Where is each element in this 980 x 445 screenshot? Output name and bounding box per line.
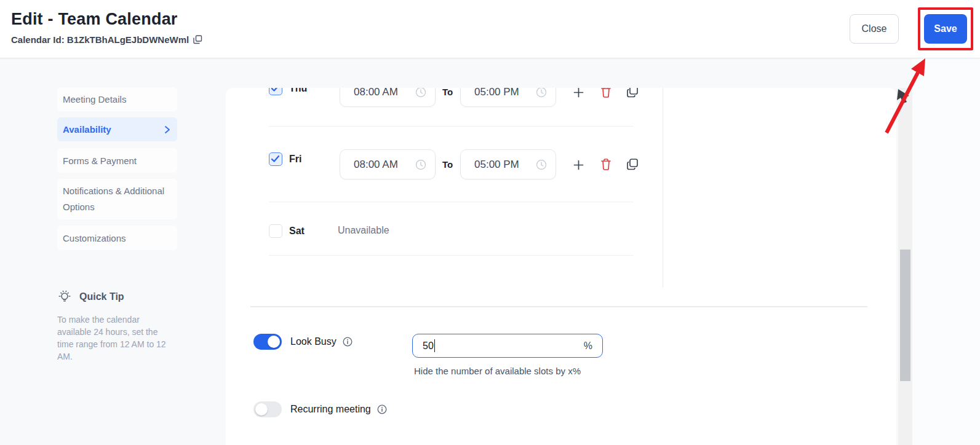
availability-row-fri: Fri 08:00 AM To 05:00 PM [226,149,656,180]
divider [269,202,634,202]
clock-icon [536,159,547,170]
right-gutter [912,58,980,445]
quick-tip-title: Quick Tip [79,291,124,302]
sidebar-item-label: Forms & Payment [63,156,137,166]
scrollbar-track[interactable] [898,88,912,445]
page-title: Edit - Team Calendar [11,10,178,29]
look-busy-help-text: Hide the number of available slots by x% [414,366,581,376]
availability-row-sat: Sat Unavailable [226,224,656,255]
look-busy-label: Look Busy [290,336,337,347]
chevron-right-icon [164,125,171,134]
toggle-knob [255,403,268,415]
sidebar-item-notifications[interactable]: Notifications & Additional Options [57,179,177,219]
header: Edit - Team Calendar Calendar Id: B1ZkTB… [0,0,980,58]
sidebar-item-label: Availability [63,124,111,135]
thu-label: Thu [289,88,307,94]
availability-panel: Thu 08:00 AM To 05:00 PM [226,88,896,445]
close-button[interactable]: Close [850,14,899,44]
availability-row-thu: Thu 08:00 AM To 05:00 PM [226,88,656,108]
sidebar-item-customizations[interactable]: Customizations [57,226,177,250]
divider [269,126,634,127]
sat-checkbox[interactable] [269,224,282,238]
scrollbar-thumb[interactable] [900,250,910,381]
copy-icon[interactable] [193,35,202,44]
fri-copy-button[interactable] [624,156,641,173]
info-icon[interactable] [377,404,387,414]
thu-start-time-value: 08:00 AM [354,88,398,98]
fri-end-time-value: 05:00 PM [474,159,519,171]
thu-start-time-input[interactable]: 08:00 AM [340,88,436,107]
toggle-knob [268,336,280,348]
to-label: To [442,159,453,170]
recurring-meeting-toggle[interactable] [253,401,282,417]
look-busy-percent-value: 50 [423,341,434,352]
lightbulb-icon [57,289,72,304]
sat-status: Unavailable [338,225,389,236]
look-busy-toggle[interactable] [253,334,282,350]
sidebar-item-meeting-details[interactable]: Meeting Details [57,87,177,111]
fri-end-time-input[interactable]: 05:00 PM [460,149,556,179]
look-busy-percent-input[interactable]: 50 % [412,334,603,358]
thu-delete-button[interactable] [597,88,615,100]
quick-tip-body: To make the calendar available 24 hours,… [57,313,167,363]
thu-copy-button[interactable] [624,88,641,100]
sidebar-item-availability[interactable]: Availability [57,117,177,141]
sidebar-item-label: Notifications & Additional Options [63,183,171,215]
recurring-meeting-row: Recurring meeting [253,401,387,417]
sat-label: Sat [289,226,305,237]
divider [663,88,663,288]
fri-add-slot-button[interactable] [570,156,587,173]
calendar-id-text: Calendar Id: B1ZkTBhALgEJbDWNeWml [11,34,189,45]
sidebar-item-label: Meeting Details [63,94,126,104]
thu-end-time-input[interactable]: 05:00 PM [460,88,556,107]
info-icon[interactable] [343,337,353,347]
thu-add-slot-button[interactable] [570,88,587,101]
text-caret [434,339,436,352]
sidebar-item-forms-payment[interactable]: Forms & Payment [57,148,177,173]
fri-delete-button[interactable] [597,156,615,173]
clock-icon [536,88,547,98]
calendar-id: Calendar Id: B1ZkTBhALgEJbDWNeWml [11,34,202,45]
fri-checkbox[interactable] [269,152,282,166]
save-button[interactable]: Save [924,14,967,44]
recurring-meeting-label: Recurring meeting [290,404,371,415]
fri-label: Fri [289,154,301,165]
thu-checkbox[interactable] [269,88,282,95]
fri-start-time-value: 08:00 AM [354,159,398,171]
clock-icon [415,88,426,98]
thu-end-time-value: 05:00 PM [474,88,519,98]
to-label: To [442,88,453,97]
look-busy-row: Look Busy [253,334,353,350]
divider [269,255,634,256]
edit-team-calendar-page: Edit - Team Calendar Calendar Id: B1ZkTB… [0,0,980,445]
quick-tip-header: Quick Tip [57,289,124,304]
percent-suffix: % [584,341,592,352]
sidebar-item-label: Customizations [63,233,126,243]
fri-start-time-input[interactable]: 08:00 AM [340,149,436,179]
clock-icon [415,159,426,170]
divider [250,306,867,307]
